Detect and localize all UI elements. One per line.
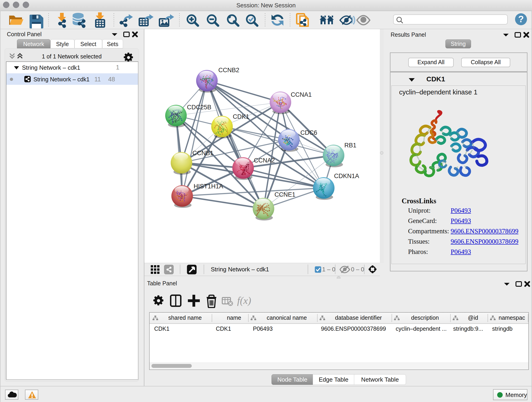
- svg-text:CDC25B: CDC25B: [187, 104, 211, 111]
- svg-text:RB1: RB1: [344, 142, 356, 149]
- svg-text:CDKN1A: CDKN1A: [334, 172, 359, 179]
- svg-text:HIST1H1A: HIST1H1A: [194, 183, 223, 190]
- svg-text:CDK1: CDK1: [233, 113, 249, 120]
- svg-text:f(x): f(x): [237, 295, 251, 306]
- svg-text:CCNE1: CCNE1: [274, 191, 296, 198]
- svg-text:CDC6: CDC6: [300, 129, 317, 136]
- svg-text:CCNA1: CCNA1: [291, 91, 312, 98]
- svg-text:CCNB1: CCNB1: [192, 150, 214, 157]
- svg-text:?: ?: [518, 14, 524, 24]
- svg-text:CCNA2: CCNA2: [254, 157, 275, 164]
- svg-text:CCNB2: CCNB2: [218, 67, 239, 74]
